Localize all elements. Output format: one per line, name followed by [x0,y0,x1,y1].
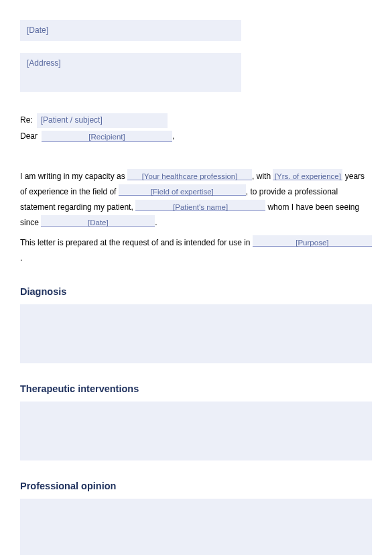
text-segment: , with [252,172,273,181]
therapeutic-heading: Therapeutic interventions [20,382,372,396]
expertise-field[interactable]: [Field of expertise] [119,184,246,196]
since-date-field[interactable]: [Date] [41,215,155,227]
date-placeholder: [Date] [27,25,48,35]
address-field[interactable]: [Address] [20,53,241,92]
text-segment: . [155,218,157,227]
recipient-field[interactable]: [Recipient] [42,131,172,142]
dear-line: Dear [Recipient] , [20,131,372,142]
re-line: Re: [Patient / subject] [20,113,372,127]
text-segment: . [20,253,22,263]
dear-trailing: , [172,131,174,142]
opinion-field[interactable] [20,499,372,555]
dear-label: Dear [20,131,38,142]
opinion-heading: Professional opinion [20,479,372,493]
diagnosis-heading: Diagnosis [20,285,372,299]
date-field[interactable]: [Date] [20,20,241,41]
text-segment: I am writing in my capacity as [20,172,127,181]
therapeutic-field[interactable] [20,402,372,460]
patient-subject-field[interactable]: [Patient / subject] [37,113,168,127]
address-placeholder: [Address] [27,58,61,68]
text-segment: This letter is prepared at the request o… [20,238,253,247]
intro-paragraph: I am writing in my capacity as [Your hea… [20,169,372,230]
purpose-paragraph: This letter is prepared at the request o… [20,235,372,266]
purpose-field[interactable]: [Purpose] [253,235,372,247]
profession-field[interactable]: [Your healthcare profession] [127,169,252,180]
patient-name-field[interactable]: [Patient's name] [135,200,265,211]
experience-field[interactable]: [Yrs. of experience] [273,169,342,180]
diagnosis-field[interactable] [20,304,372,363]
re-label: Re: [20,115,33,126]
